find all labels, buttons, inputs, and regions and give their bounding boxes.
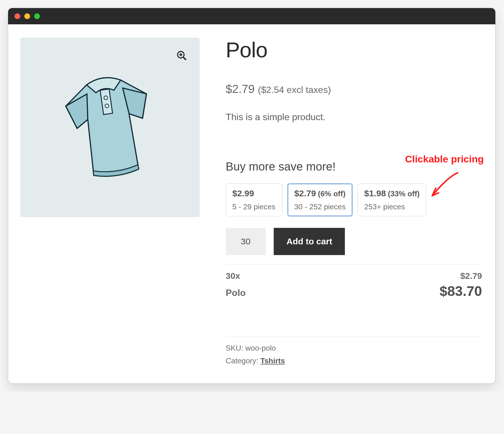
product-title: Polo [226,38,482,62]
zoom-icon[interactable] [176,50,187,61]
titlebar [8,8,495,24]
product-price: $2.79 ($2.54 excl taxes) [226,83,482,96]
add-to-cart-button[interactable]: Add to cart [274,228,345,255]
product-details: Polo $2.79 ($2.54 excl taxes) This is a … [226,38,482,367]
price-incl-tax: $2.79 [226,83,255,95]
divider [226,264,482,265]
svg-line-1 [183,57,186,60]
product-meta: SKU: woo-polo Category: Tshirts [226,342,482,367]
svg-point-4 [104,96,108,100]
summary-total-row: Polo $83.70 [226,283,482,299]
window-close-button[interactable] [14,13,20,19]
summary-line-item: 30x $2.79 [226,271,482,281]
summary-qty: 30x [226,271,240,281]
product-description: This is a simple product. [226,112,482,122]
category-link[interactable]: Tshirts [260,356,285,365]
tier-price: $1.98 [364,188,386,198]
pricing-tier-2[interactable]: $2.79 (6% off) 30 - 252 pieces [288,184,352,216]
svg-point-5 [105,104,109,108]
divider [226,337,482,337]
tier-range: 30 - 252 pieces [294,202,346,211]
tier-discount: (33% off) [388,189,420,198]
product-image[interactable] [20,38,200,217]
price-excl-tax: ($2.54 excl taxes) [258,85,331,95]
summary-product-name: Polo [226,287,246,298]
tier-price: $2.79 [294,188,316,198]
add-to-cart-row: Add to cart [226,228,482,255]
quantity-input[interactable] [226,228,266,255]
sku-label: SKU: [226,344,245,352]
tier-price: $2.99 [232,188,254,198]
tier-range: 5 - 29 pieces [232,202,276,211]
browser-window: Polo $2.79 ($2.54 excl taxes) This is a … [8,8,495,383]
annotation-label: Clickable pricing [405,153,484,165]
summary-total: $83.70 [439,283,482,299]
sku-value: woo-polo [245,344,276,352]
summary-unit-price: $2.79 [460,271,482,281]
window-maximize-button[interactable] [34,13,40,19]
sku-row: SKU: woo-polo [226,342,482,354]
category-row: Category: Tshirts [226,354,482,367]
category-label: Category: [226,356,260,365]
pricing-tier-1[interactable]: $2.99 5 - 29 pieces [226,184,282,216]
window-minimize-button[interactable] [24,13,30,19]
pricing-tiers: $2.99 5 - 29 pieces $2.79 (6% off) 30 - … [226,184,482,216]
polo-shirt-illustration [42,59,178,195]
tier-discount: (6% off) [318,189,345,198]
tier-range: 253+ pieces [364,202,420,211]
product-page: Polo $2.79 ($2.54 excl taxes) This is a … [8,24,495,383]
pricing-tier-3[interactable]: $1.98 (33% off) 253+ pieces [358,184,426,216]
